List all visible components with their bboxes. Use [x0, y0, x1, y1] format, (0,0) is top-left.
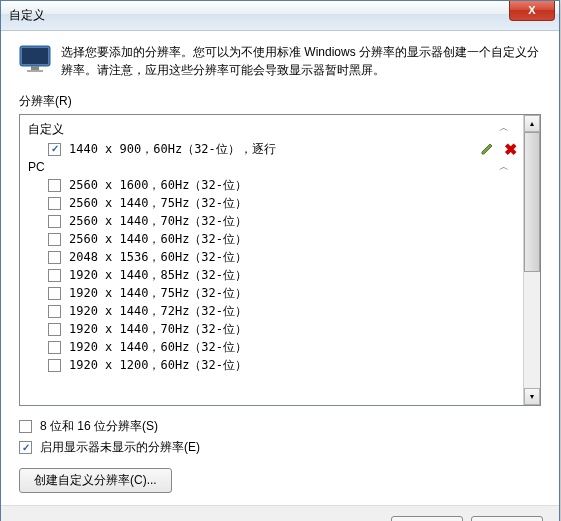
create-custom-button[interactable]: 创建自定义分辨率(C)...: [19, 468, 172, 493]
pc-resolution-item[interactable]: 1920 x 1440，70Hz（32-位）: [20, 320, 523, 338]
ok-button[interactable]: 确定: [391, 516, 463, 521]
checkbox-8-16-bit[interactable]: [19, 420, 32, 433]
checkbox-icon[interactable]: [48, 305, 61, 318]
svg-rect-3: [27, 70, 43, 72]
checkbox-icon[interactable]: [48, 179, 61, 192]
resolution-listbox[interactable]: 自定义 ︿ 1440 x 900，60Hz（32-位），逐行 ✖ PC ︿ 25…: [19, 114, 541, 406]
checkbox-icon[interactable]: [48, 143, 61, 156]
close-button[interactable]: X: [509, 1, 555, 21]
scroll-down-button[interactable]: ▾: [524, 388, 540, 405]
scroll-up-button[interactable]: ▴: [524, 115, 540, 132]
resolution-text: 1920 x 1440，60Hz（32-位）: [69, 339, 523, 356]
checkbox-icon[interactable]: [48, 233, 61, 246]
resolution-text: 2560 x 1440，70Hz（32-位）: [69, 213, 523, 230]
window-title: 自定义: [9, 7, 45, 24]
group-pc: PC ︿: [20, 158, 523, 176]
resolution-text: 2560 x 1600，60Hz（32-位）: [69, 177, 523, 194]
titlebar: 自定义 X: [1, 1, 559, 31]
resolution-text: 1920 x 1440，72Hz（32-位）: [69, 303, 523, 320]
resolution-text: 2560 x 1440，75Hz（32-位）: [69, 195, 523, 212]
svg-rect-2: [31, 66, 39, 70]
pc-resolution-item[interactable]: 1920 x 1440，72Hz（32-位）: [20, 302, 523, 320]
pc-resolution-item[interactable]: 1920 x 1440，60Hz（32-位）: [20, 338, 523, 356]
pc-resolution-item[interactable]: 2048 x 1536，60Hz（32-位）: [20, 248, 523, 266]
collapse-icon[interactable]: ︿: [499, 160, 509, 174]
pc-resolution-item[interactable]: 2560 x 1440，75Hz（32-位）: [20, 194, 523, 212]
resolution-label: 分辨率(R): [19, 93, 541, 110]
checkbox-enable-hidden[interactable]: [19, 441, 32, 454]
resolution-text: 1920 x 1440，85Hz（32-位）: [69, 267, 523, 284]
content-area: 选择您要添加的分辨率。您可以为不使用标准 Windiows 分辨率的显示器创建一…: [1, 31, 559, 505]
group-custom: 自定义 ︿: [20, 119, 523, 140]
checkbox-8-16-bit-label: 8 位和 16 位分辨率(S): [40, 418, 158, 435]
pencil-icon[interactable]: [480, 142, 494, 156]
monitor-icon: [19, 45, 51, 73]
checkbox-icon[interactable]: [48, 359, 61, 372]
cancel-button[interactable]: 取消: [471, 516, 543, 521]
checkbox-icon[interactable]: [48, 251, 61, 264]
custom-resolution-item[interactable]: 1440 x 900，60Hz（32-位），逐行 ✖: [20, 140, 523, 158]
checkbox-enable-hidden-label: 启用显示器未显示的分辨率(E): [40, 439, 200, 456]
svg-rect-1: [22, 48, 48, 64]
resolution-text: 1920 x 1440，75Hz（32-位）: [69, 285, 523, 302]
scroll-thumb[interactable]: [524, 132, 540, 272]
pc-resolution-item[interactable]: 2560 x 1600，60Hz（32-位）: [20, 176, 523, 194]
checkbox-icon[interactable]: [48, 341, 61, 354]
description-text: 选择您要添加的分辨率。您可以为不使用标准 Windiows 分辨率的显示器创建一…: [61, 43, 541, 79]
checkbox-icon[interactable]: [48, 215, 61, 228]
dialog-window: 自定义 X 选择您要添加的分辨率。您可以为不使用标准 Windiows 分辨率的…: [0, 0, 560, 521]
checkbox-icon[interactable]: [48, 197, 61, 210]
pc-resolution-item[interactable]: 1920 x 1440，85Hz（32-位）: [20, 266, 523, 284]
resolution-text: 1920 x 1200，60Hz（32-位）: [69, 357, 523, 374]
collapse-icon[interactable]: ︿: [499, 121, 509, 135]
resolution-text: 1920 x 1440，70Hz（32-位）: [69, 321, 523, 338]
delete-icon[interactable]: ✖: [504, 140, 517, 159]
pc-resolution-item[interactable]: 1920 x 1440，75Hz（32-位）: [20, 284, 523, 302]
checkbox-icon[interactable]: [48, 269, 61, 282]
dialog-footer: 确定 取消: [1, 505, 559, 521]
scrollbar[interactable]: ▴ ▾: [523, 115, 540, 405]
resolution-text: 2560 x 1440，60Hz（32-位）: [69, 231, 523, 248]
resolution-text: 2048 x 1536，60Hz（32-位）: [69, 249, 523, 266]
checkbox-icon[interactable]: [48, 287, 61, 300]
pc-resolution-item[interactable]: 1920 x 1200，60Hz（32-位）: [20, 356, 523, 374]
checkbox-icon[interactable]: [48, 323, 61, 336]
pc-resolution-item[interactable]: 2560 x 1440，60Hz（32-位）: [20, 230, 523, 248]
scroll-track[interactable]: [524, 272, 540, 388]
pc-resolution-item[interactable]: 2560 x 1440，70Hz（32-位）: [20, 212, 523, 230]
